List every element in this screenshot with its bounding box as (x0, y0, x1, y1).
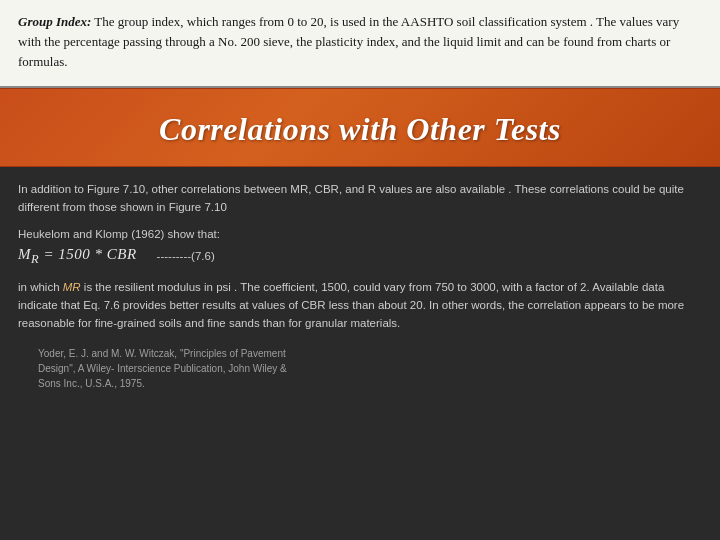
banner-section: Correlations with Other Tests (0, 88, 720, 167)
citation-line-2: Design", A Wiley- Interscience Publicati… (38, 361, 702, 376)
formula: MR = 1500 * CBR (18, 246, 137, 267)
citation-block: Yoder, E. J. and M. W. Witczak, "Princip… (18, 346, 702, 391)
group-index-title: Group Index: (18, 14, 91, 29)
equation-label: ---------(7.6) (157, 250, 215, 262)
citation-line-1: Yoder, E. J. and M. W. Witczak, "Princip… (38, 346, 702, 361)
citation-line-3: Sons Inc., U.S.A., 1975. (38, 376, 702, 391)
body-text-content: is the resilient modulus in psi . The co… (18, 281, 684, 329)
main-section: In addition to Figure 7.10, other correl… (0, 167, 720, 540)
formula-row: MR = 1500 * CBR ---------(7.6) (18, 246, 702, 267)
group-index-section: Group Index: The group index, which rang… (0, 0, 720, 88)
group-index-body: The group index, which ranges from 0 to … (18, 14, 679, 69)
group-index-paragraph: Group Index: The group index, which rang… (18, 12, 702, 72)
mr-highlight: MR (63, 281, 81, 293)
body-text: in which MR is the resilient modulus in … (18, 279, 702, 332)
page-container: Group Index: The group index, which rang… (0, 0, 720, 540)
heukelom-label: Heukelom and Klomp (1962) show that: (18, 228, 702, 240)
intro-text: In addition to Figure 7.10, other correl… (18, 181, 702, 216)
banner-title: Correlations with Other Tests (20, 111, 700, 148)
